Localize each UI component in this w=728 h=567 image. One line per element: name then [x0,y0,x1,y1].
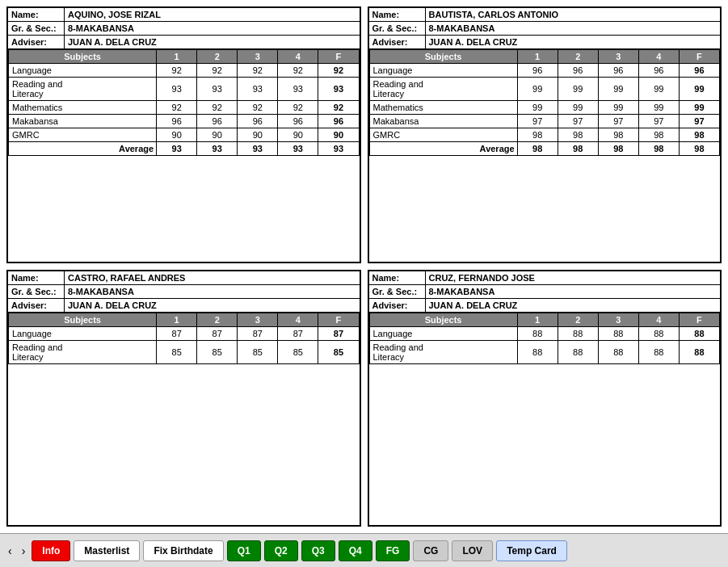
subject-name: Makabansa [9,115,157,128]
temp-card-button[interactable]: Temp Card [496,540,567,561]
col-f: F [679,50,719,64]
info-label: Name: [369,271,426,284]
subject-name: Language [9,327,157,341]
col-q3: 3 [598,50,638,64]
q1-grade: 92 [157,64,197,78]
bottom-nav-bar: ‹ › Info Masterlist Fix Birthdate Q1 Q2 … [0,533,728,567]
q4-grade: 87 [278,327,318,341]
q2-grade: 93 [197,78,238,101]
q4-grade: 88 [638,327,679,341]
info-row: Adviser: JUAN A. DELA CRUZ [8,36,360,49]
prev-arrow[interactable]: ‹ [5,543,15,559]
final-grade: 92 [318,64,359,78]
col-subjects: Subjects [9,313,157,327]
info-value: CRUZ, FERNANDO JOSE [426,271,538,284]
avg-q4: 98 [638,142,679,156]
final-grade: 97 [679,115,719,128]
col-q3: 3 [238,50,278,64]
q3-grade: 85 [238,341,278,364]
q2-grade: 88 [558,327,598,341]
info-value: 8-MAKABANSA [426,22,499,35]
final-grade: 92 [318,101,359,115]
avg-q4: 93 [278,142,318,156]
q1-grade: 98 [517,128,558,142]
table-row: Reading andLiteracy 85 85 85 85 85 [9,341,360,364]
q2-grade: 98 [558,128,598,142]
col-q2: 2 [558,50,598,64]
q3-grade: 90 [238,128,278,142]
final-grade: 87 [318,327,359,341]
final-grade: 96 [679,64,719,78]
col-q2: 2 [197,313,238,327]
table-row: Reading andLiteracy 99 99 99 99 99 [369,78,720,101]
average-row: Average 98 98 98 98 98 [369,142,720,156]
info-label: Gr. & Sec.: [8,22,65,35]
lov-button[interactable]: LOV [452,540,493,561]
info-label: Gr. & Sec.: [369,285,426,298]
average-row: Average 93 93 93 93 93 [9,142,360,156]
avg-q2: 93 [197,142,238,156]
info-label: Adviser: [369,36,426,48]
q4-grade: 85 [278,341,318,364]
table-row: Makabansa 96 96 96 96 96 [9,115,360,128]
q4-button[interactable]: Q4 [339,540,372,561]
fix-birthdate-button[interactable]: Fix Birthdate [143,540,223,561]
q3-grade: 99 [598,78,638,101]
final-grade: 98 [679,128,719,142]
subject-name: Mathematics [9,101,157,115]
q2-button[interactable]: Q2 [264,540,298,561]
info-label: Name: [8,271,65,284]
q2-grade: 97 [558,115,598,128]
info-row: Adviser: JUAN A. DELA CRUZ [369,36,721,49]
info-value: 8-MAKABANSA [65,22,137,35]
col-f: F [679,313,719,327]
info-row: Name: CRUZ, FERNANDO JOSE [369,271,721,285]
q3-grade: 99 [598,101,638,115]
col-q2: 2 [558,313,598,327]
col-f: F [318,50,359,64]
average-label: Average [9,142,157,156]
info-value: JUAN A. DELA CRUZ [65,299,160,312]
q3-grade: 92 [238,101,278,115]
col-q3: 3 [238,313,278,327]
q4-grade: 90 [278,128,318,142]
col-q4: 4 [638,313,679,327]
q4-grade: 88 [638,341,679,364]
q1-grade: 96 [517,64,558,78]
final-grade: 96 [318,115,359,128]
info-label: Gr. & Sec.: [8,285,65,298]
avg-q2: 98 [558,142,598,156]
fg-button[interactable]: FG [376,540,410,561]
subject-name: Reading andLiteracy [9,341,157,364]
q3-button[interactable]: Q3 [301,540,335,561]
col-subjects: Subjects [9,50,157,64]
subject-name: Language [369,327,517,341]
col-f: F [318,313,359,327]
next-arrow[interactable]: › [19,543,29,559]
final-grade: 85 [318,341,359,364]
info-button[interactable]: Info [32,540,70,561]
col-q1: 1 [157,50,197,64]
info-value: 8-MAKABANSA [426,285,499,298]
q1-button[interactable]: Q1 [227,540,261,561]
grades-table: Subjects 1 2 3 4 F Language 96 96 96 96 … [369,49,721,156]
cg-button[interactable]: CG [413,540,448,561]
report-card-2: Name: BAUTISTA, CARLOS ANTONIO Gr. & Sec… [368,6,722,263]
subject-name: Makabansa [369,115,517,128]
info-label: Adviser: [8,36,65,48]
col-q4: 4 [278,313,318,327]
info-value: 8-MAKABANSA [65,285,137,298]
final-grade: 88 [679,341,719,364]
q4-grade: 99 [638,101,679,115]
q4-grade: 99 [638,78,679,101]
info-label: Name: [8,8,65,21]
masterlist-button[interactable]: Masterlist [74,540,140,561]
final-grade: 88 [679,327,719,341]
col-q2: 2 [197,50,238,64]
q2-grade: 99 [558,101,598,115]
final-grade: 99 [679,78,719,101]
q1-grade: 97 [517,115,558,128]
q1-grade: 99 [517,101,558,115]
q2-grade: 92 [197,101,238,115]
avg-final: 98 [679,142,719,156]
